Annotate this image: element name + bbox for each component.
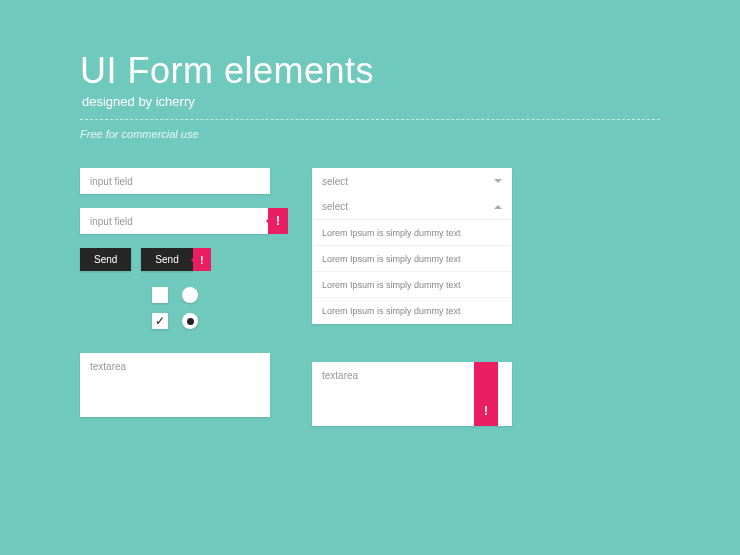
right-column: select select Lorem Ipsum is simply dumm… <box>312 168 512 426</box>
chevron-up-icon <box>494 201 502 209</box>
button-row: Send Send ! <box>80 248 270 271</box>
license-note: Free for commercial use <box>80 128 660 140</box>
radio-checked[interactable] <box>182 313 198 329</box>
textarea-error[interactable]: textarea ! <box>312 362 512 426</box>
left-column: input field input field ! Send Send ! ✓ <box>80 168 270 426</box>
button-label: Send <box>155 254 178 265</box>
error-badge-icon: ! <box>484 404 488 418</box>
textarea[interactable]: textarea <box>80 353 270 417</box>
textarea-placeholder: textarea <box>322 370 358 381</box>
form-grid: input field input field ! Send Send ! ✓ <box>80 168 660 426</box>
select-option[interactable]: Lorem Ipsum is simply dummy text <box>312 220 512 246</box>
select-option[interactable]: Lorem Ipsum is simply dummy text <box>312 298 512 324</box>
checkbox-checked[interactable]: ✓ <box>152 313 168 329</box>
error-badge-icon: ! <box>193 248 211 271</box>
checkbox-row <box>80 287 270 303</box>
header: UI Form elements designed by icherry <box>80 50 660 109</box>
select-label: select <box>322 201 348 212</box>
send-button[interactable]: Send <box>80 248 131 271</box>
text-input[interactable]: input field <box>80 168 270 194</box>
send-button-error[interactable]: Send ! <box>141 248 192 271</box>
select-option[interactable]: Lorem Ipsum is simply dummy text <box>312 246 512 272</box>
check-icon: ✓ <box>155 314 165 328</box>
select-header[interactable]: select <box>312 194 512 220</box>
checkbox-row-checked: ✓ <box>80 313 270 329</box>
select-option[interactable]: Lorem Ipsum is simply dummy text <box>312 272 512 298</box>
page-subtitle: designed by icherry <box>82 94 660 109</box>
radio-unchecked[interactable] <box>182 287 198 303</box>
input-placeholder: input field <box>90 216 133 227</box>
error-badge-icon: ! <box>268 208 288 234</box>
checkbox-unchecked[interactable] <box>152 287 168 303</box>
text-input-error[interactable]: input field ! <box>80 208 270 234</box>
input-placeholder: input field <box>90 176 133 187</box>
chevron-down-icon <box>494 179 502 187</box>
error-strip: ! <box>474 362 498 426</box>
select-open: select Lorem Ipsum is simply dummy text … <box>312 194 512 324</box>
select-label: select <box>322 176 348 187</box>
textarea-placeholder: textarea <box>90 361 126 372</box>
divider <box>80 119 660 120</box>
page-title: UI Form elements <box>80 50 660 92</box>
select-closed[interactable]: select <box>312 168 512 194</box>
error-tip-icon <box>494 406 502 414</box>
button-label: Send <box>94 254 117 265</box>
radio-dot-icon <box>187 318 194 325</box>
